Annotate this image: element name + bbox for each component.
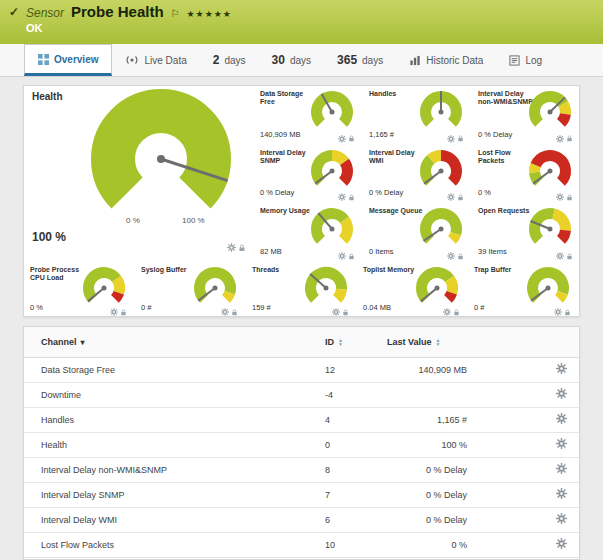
gear-icon[interactable] xyxy=(227,243,236,252)
gauge-value: 1,165 # xyxy=(369,130,394,139)
lock-icon xyxy=(457,135,464,142)
column-header-last-value[interactable]: Last Value▲▼ xyxy=(381,327,473,357)
cell-last-value: 140,909 MB xyxy=(381,357,473,382)
settings-gear-icon[interactable] xyxy=(556,413,567,424)
cell-actions xyxy=(473,382,579,407)
gear-icon[interactable] xyxy=(221,308,229,316)
table-header-row: Channel▾ ID▲▼ Last Value▲▼ xyxy=(24,327,579,357)
settings-gear-icon[interactable] xyxy=(556,388,567,399)
table-row-interval-delay-snmp[interactable]: Interval Delay SNMP70 % Delay xyxy=(24,482,579,507)
sensor-header: ✓ Sensor Probe Health ⚐ ★★★★★ OK xyxy=(0,0,603,44)
priority-stars[interactable]: ★★★★★ xyxy=(187,9,232,19)
column-header-id[interactable]: ID▲▼ xyxy=(319,327,381,357)
cell-last-value xyxy=(381,382,473,407)
table-row-health[interactable]: Health0100 % xyxy=(24,432,579,457)
gauge-value: 0.04 MB xyxy=(363,303,391,312)
gauge-health-big: Health 0 % 100 % 100 % xyxy=(24,86,254,262)
gauge-dial xyxy=(527,89,573,135)
gear-icon[interactable] xyxy=(556,135,564,143)
settings-gear-icon[interactable] xyxy=(556,538,567,549)
table-row-interval-delay-wmi[interactable]: Interval Delay WMI60 % Delay xyxy=(24,507,579,532)
cell-channel: Downtime xyxy=(24,382,319,407)
tab-2-days[interactable]: 2days xyxy=(200,44,259,76)
column-label: ID xyxy=(325,337,334,347)
tab-label: Historic Data xyxy=(426,55,483,66)
gauge-actions xyxy=(110,308,127,316)
settings-gear-icon[interactable] xyxy=(556,513,567,524)
table-row-data-storage-free[interactable]: Data Storage Free12140,909 MB xyxy=(24,357,579,382)
settings-gear-icon[interactable] xyxy=(556,488,567,499)
gauge-dial xyxy=(525,265,571,311)
gauge-interval-delay-snmp: Interval Delay SNMP0 % Delay xyxy=(254,145,363,204)
tab-log[interactable]: Log xyxy=(496,44,555,76)
cell-id: 10 xyxy=(319,532,381,557)
gauge-actions xyxy=(556,193,573,201)
cell-actions xyxy=(473,357,579,382)
settings-gear-icon[interactable] xyxy=(556,463,567,474)
gear-icon[interactable] xyxy=(554,308,562,316)
table-row-interval-delay-non-wmi-snmp[interactable]: Interval Delay non-WMI&SNMP80 % Delay xyxy=(24,457,579,482)
gauge-probe-process-cpu-load: Probe Process CPU Load0 % xyxy=(24,262,135,318)
table-row-handles[interactable]: Handles41,165 # xyxy=(24,407,579,432)
gauge-actions xyxy=(556,252,573,260)
gear-icon[interactable] xyxy=(443,308,451,316)
cell-actions xyxy=(473,482,579,507)
gauge-value: 0 Items xyxy=(369,247,394,256)
gear-icon[interactable] xyxy=(338,135,346,143)
tab-30-days[interactable]: 30days xyxy=(259,44,324,76)
gauge-dial xyxy=(303,265,349,311)
settings-gear-icon[interactable] xyxy=(556,363,567,374)
column-header-channel[interactable]: Channel▾ xyxy=(24,327,319,357)
gauge-value: 0 # xyxy=(474,303,484,312)
cell-last-value: 100 % xyxy=(381,432,473,457)
gear-icon[interactable] xyxy=(332,308,340,316)
tab-365-days[interactable]: 365days xyxy=(324,44,396,76)
gear-icon[interactable] xyxy=(556,193,564,201)
cell-actions xyxy=(473,507,579,532)
gauge-actions xyxy=(332,308,349,316)
cell-id: -4 xyxy=(319,382,381,407)
gauge-trap-buffer: Trap Buffer0 # xyxy=(468,262,579,318)
gear-icon[interactable] xyxy=(556,252,564,260)
lock-icon xyxy=(348,194,355,201)
tab-label: Log xyxy=(525,55,542,66)
tab-overview[interactable]: Overview xyxy=(24,44,112,76)
gauge-value: 82 MB xyxy=(260,247,282,256)
health-gauge-dial xyxy=(90,88,232,230)
gauge-open-requests: Open Requests39 Items xyxy=(472,203,581,262)
gauge-value: 0 % xyxy=(30,303,43,312)
gear-icon[interactable] xyxy=(447,135,455,143)
gauge-title: Health xyxy=(32,91,63,102)
gauge-dial xyxy=(309,206,355,252)
cell-actions xyxy=(473,457,579,482)
cell-channel: Interval Delay SNMP xyxy=(24,482,319,507)
sort-icon: ▲▼ xyxy=(338,338,343,346)
gear-icon[interactable] xyxy=(338,252,346,260)
gauge-lost-flow-packets: Lost Flow Packets0 % xyxy=(472,145,581,204)
cell-id: 4 xyxy=(319,407,381,432)
flag-icon[interactable]: ⚐ xyxy=(171,8,180,19)
tab-live-data[interactable]: Live Data xyxy=(112,44,199,76)
gear-icon[interactable] xyxy=(110,308,118,316)
table-row-downtime[interactable]: Downtime-4 xyxy=(24,382,579,407)
channel-table-body: Data Storage Free12140,909 MBDowntime-4H… xyxy=(24,357,579,557)
gear-icon[interactable] xyxy=(447,252,455,260)
gear-icon[interactable] xyxy=(338,193,346,201)
lock-icon xyxy=(566,135,573,142)
gauge-actions xyxy=(338,193,355,201)
gear-icon[interactable] xyxy=(447,193,455,201)
cell-id: 12 xyxy=(319,357,381,382)
gauge-value: 159 # xyxy=(252,303,271,312)
settings-gear-icon[interactable] xyxy=(556,438,567,449)
cell-id: 6 xyxy=(319,507,381,532)
cell-last-value: 0 % Delay xyxy=(381,482,473,507)
tab-label: Overview xyxy=(54,54,98,65)
tab-historic-data[interactable]: Historic Data xyxy=(396,44,496,76)
cell-last-value: 0 % xyxy=(381,532,473,557)
page-title: Probe Health xyxy=(71,3,164,20)
gauge-title: Threads xyxy=(252,266,310,274)
gauge-bottom-row: Probe Process CPU Load0 %Syslog Buffer0 … xyxy=(24,262,579,318)
table-row-lost-flow-packets[interactable]: Lost Flow Packets100 % xyxy=(24,532,579,557)
live-data-icon xyxy=(125,54,139,66)
prtg-sensor-page: ✓ Sensor Probe Health ⚐ ★★★★★ OK Overvie… xyxy=(0,0,603,560)
